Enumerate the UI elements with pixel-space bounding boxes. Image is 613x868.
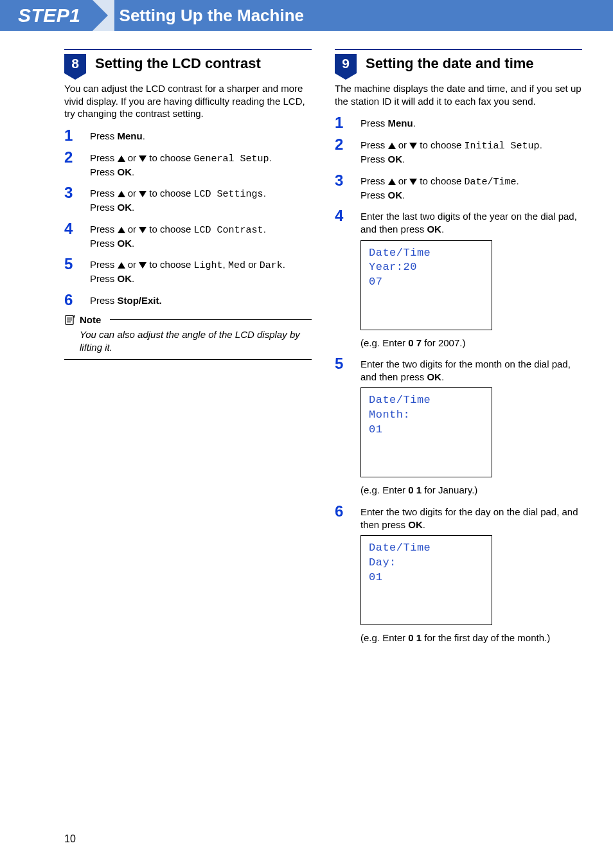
lcd-caption: (e.g. Enter 0 1 for the first day of the… [360,632,582,644]
instruction-step: 2Press or to choose Initial Setup.Press … [335,137,582,166]
instruction-step: 5Enter the two digits for the month on t… [335,356,582,497]
instruction-step: 1Press Menu. [335,115,582,130]
down-arrow-icon [409,179,417,185]
instruction-step: 5Press or to choose Light, Med or Dark.P… [64,256,312,286]
step-number: 4 [335,208,349,224]
step-text: Press Stop/Exit. [90,292,312,307]
note-label: Note [80,314,101,325]
step-number: 1 [335,115,349,130]
instruction-step: 1Press Menu. [64,128,312,143]
step-tag: STEP1 [0,0,93,31]
step-text: Enter the two digits for the day on the … [360,504,582,645]
step-number: 2 [64,150,78,165]
instruction-step: 6Press Stop/Exit. [64,292,312,308]
up-arrow-icon [118,155,125,162]
section-title: Setting the date and time [366,55,534,72]
section-header: 9 Setting the date and time [335,49,582,73]
up-arrow-icon [118,191,125,197]
section-title: Setting the LCD contrast [95,55,261,72]
down-arrow-icon [139,227,147,233]
step-number: 6 [335,504,349,519]
lcd-display: Date/Time Day: 01 [360,535,492,625]
step-number: 2 [335,137,349,152]
lcd-display: Date/Time Year:20 07 [360,240,492,330]
up-arrow-icon [388,143,396,149]
instruction-step: 4Enter the last two digits of the year o… [335,208,582,350]
step-number: 3 [64,185,78,200]
step-number: 5 [64,256,78,272]
section-number: 9 [335,54,357,73]
step-text: Press or to choose General Setup.Press O… [90,150,312,179]
lcd-display: Date/Time Month: 01 [360,387,492,477]
step-text: Press or to choose Initial Setup.Press O… [360,137,582,166]
step-text: Enter the two digits for the month on th… [360,356,582,497]
step-text: Press or to choose LCD Contrast.Press OK… [90,221,312,251]
column-right: 9 Setting the date and time The machine … [335,49,582,651]
down-arrow-icon [139,155,147,162]
step-number: 3 [335,173,349,188]
step-text: Press Menu. [360,115,582,130]
step-text: Press or to choose LCD Settings.Press OK… [90,185,312,215]
instruction-step: 3Press or to choose LCD Settings.Press O… [64,185,312,215]
step-number: 6 [64,292,78,308]
down-arrow-icon [139,191,147,197]
up-arrow-icon [118,262,125,269]
note-block: Note You can also adjust the angle of th… [64,314,312,360]
down-arrow-icon [409,143,417,149]
section-intro: You can adjust the LCD contrast for a sh… [64,82,312,120]
step-number: 4 [64,221,78,236]
section-intro: The machine displays the date and time, … [335,82,582,107]
up-arrow-icon [118,227,125,233]
step-number: 1 [64,128,78,143]
step-number: 5 [335,356,349,371]
step-text: Press Menu. [90,128,312,143]
instruction-step: 6Enter the two digits for the day on the… [335,504,582,645]
lcd-caption: (e.g. Enter 0 1 for January.) [360,484,582,497]
step-text: Press or to choose Date/Time.Press OK. [360,173,582,202]
up-arrow-icon [388,179,396,185]
step-arrow-icon [93,0,108,31]
page-title: Setting Up the Machine [114,0,613,31]
page-header: STEP1 Setting Up the Machine [0,0,613,31]
step-text: Enter the last two digits of the year on… [360,208,582,350]
down-arrow-icon [139,262,147,269]
lcd-caption: (e.g. Enter 0 7 for 2007.) [360,337,582,350]
note-icon [64,314,76,326]
section-number: 8 [64,54,86,73]
instruction-step: 3Press or to choose Date/Time.Press OK. [335,173,582,202]
instruction-step: 2Press or to choose General Setup.Press … [64,150,312,179]
note-body: You can also adjust the angle of the LCD… [64,326,312,360]
instruction-step: 4Press or to choose LCD Contrast.Press O… [64,221,312,251]
step-text: Press or to choose Light, Med or Dark.Pr… [90,256,312,286]
page-number: 10 [64,833,76,845]
column-left: 8 Setting the LCD contrast You can adjus… [64,49,312,651]
section-header: 8 Setting the LCD contrast [64,49,312,73]
